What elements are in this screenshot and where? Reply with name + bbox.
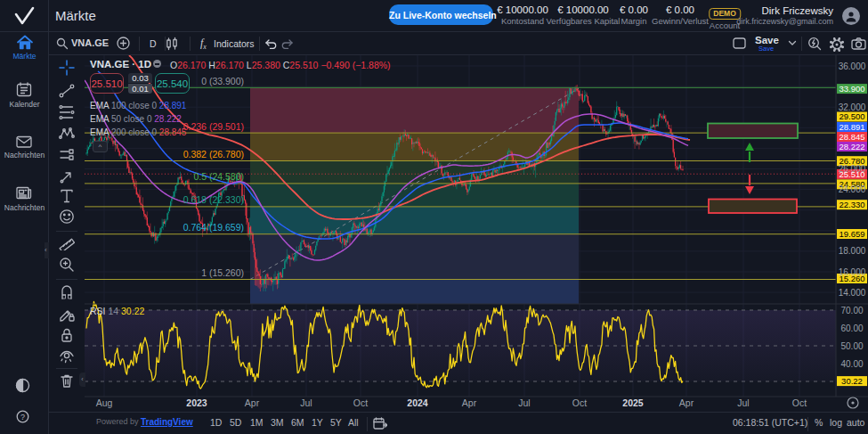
svg-text:0.5 (24.580): 0.5 (24.580) [193, 171, 244, 182]
svg-text:18.000: 18.000 [839, 246, 866, 256]
svg-text:50.00: 50.00 [840, 341, 863, 351]
svg-text:26.000: 26.000 [839, 164, 866, 174]
svg-text:19.659: 19.659 [839, 229, 864, 239]
svg-text:24.000: 24.000 [839, 184, 866, 194]
svg-text:Jul: Jul [737, 397, 749, 408]
svg-text:1 (15.260): 1 (15.260) [201, 267, 244, 278]
svg-text:?: ? [20, 413, 25, 422]
svg-text:28.891: 28.891 [839, 122, 864, 132]
svg-text:29.500: 29.500 [839, 111, 864, 121]
svg-text:Jul: Jul [518, 397, 530, 408]
svg-text:0 (33.900): 0 (33.900) [201, 76, 244, 86]
svg-text:40.00: 40.00 [840, 359, 863, 369]
svg-text:Apr: Apr [462, 397, 477, 408]
svg-text:28.222: 28.222 [839, 142, 864, 151]
svg-text:2023: 2023 [186, 397, 207, 408]
svg-text:Aug: Aug [96, 397, 113, 408]
svg-text:2025: 2025 [622, 397, 644, 408]
svg-text:Jul: Jul [300, 397, 312, 408]
svg-text:28.845: 28.845 [839, 132, 864, 142]
svg-text:60.00: 60.00 [840, 323, 863, 333]
svg-text:Apr: Apr [679, 397, 694, 408]
svg-text:14.000: 14.000 [839, 288, 866, 298]
svg-text:0.618 (22.330): 0.618 (22.330) [183, 194, 244, 205]
svg-text:0.382 (26.780): 0.382 (26.780) [183, 149, 244, 160]
svg-text:0.764 (19.659): 0.764 (19.659) [183, 222, 244, 233]
svg-text:36.000: 36.000 [839, 61, 866, 71]
svg-text:Apr: Apr [245, 397, 260, 408]
svg-text:0.236 (29.501): 0.236 (29.501) [183, 121, 244, 132]
svg-text:70.00: 70.00 [840, 306, 863, 315]
svg-text:33.900: 33.900 [839, 84, 864, 94]
svg-text:2024: 2024 [407, 397, 428, 408]
svg-text:Oct: Oct [572, 397, 587, 408]
svg-text:Oct: Oct [792, 397, 807, 408]
svg-text:16.000: 16.000 [839, 267, 866, 277]
svg-text:32.000: 32.000 [839, 102, 866, 112]
svg-text:30.22: 30.22 [841, 376, 863, 386]
svg-text:22.330: 22.330 [839, 200, 864, 209]
svg-text:Oct: Oct [353, 397, 368, 408]
